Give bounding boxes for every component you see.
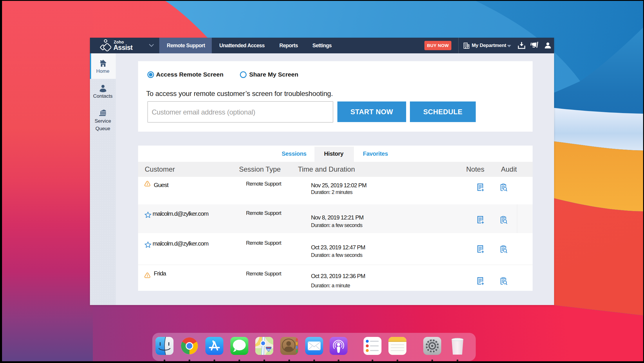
svg-text:280: 280 [266,348,271,351]
